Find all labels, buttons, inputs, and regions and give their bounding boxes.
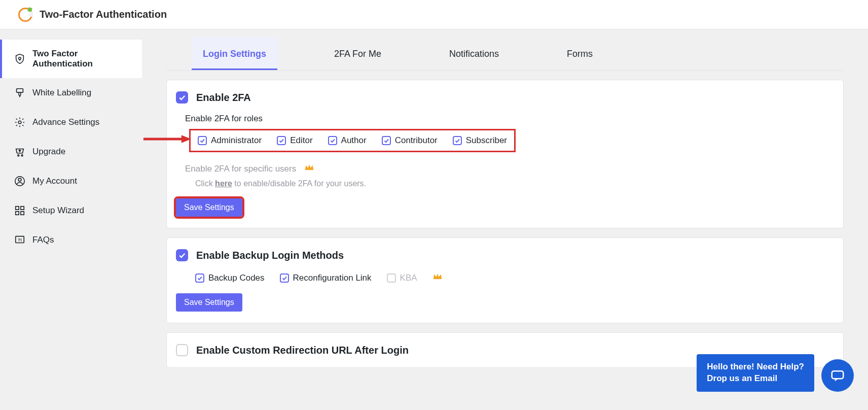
enable-backup-checkbox[interactable] xyxy=(176,249,188,261)
sidebar-item-upgrade[interactable]: Upgrade xyxy=(0,137,142,166)
main-content: Login Settings 2FA For Me Notifications … xyxy=(142,29,868,410)
svg-rect-10 xyxy=(21,212,24,215)
user-icon xyxy=(14,176,25,187)
help-fab-button[interactable] xyxy=(821,359,854,392)
help-line2: Drop us an Email xyxy=(707,373,804,385)
enable-2fa-roles-label: Enable 2FA for roles xyxy=(185,114,834,124)
sidebar-item-faqs[interactable]: ?! FAQs xyxy=(0,225,142,255)
sidebar-item-label: My Account xyxy=(32,176,77,186)
save-settings-button[interactable]: Save Settings xyxy=(176,293,242,312)
gear-icon xyxy=(14,117,25,128)
sidebar-item-two-factor[interactable]: Two Factor Authentication xyxy=(0,40,142,78)
svg-point-6 xyxy=(18,178,21,181)
enable-2fa-card: Enable 2FA Enable 2FA for roles Administ… xyxy=(166,80,844,228)
specific-users-label: Enable 2FA for specific users xyxy=(185,164,296,174)
crown-icon xyxy=(432,272,443,283)
help-line1: Hello there! Need Help? xyxy=(707,361,804,373)
kba-checkbox xyxy=(387,274,396,283)
enable-redirect-title: Enable Custom Redirection URL After Logi… xyxy=(196,345,409,356)
sidebar-item-label: Upgrade xyxy=(32,147,65,157)
cart-icon xyxy=(14,146,25,157)
page-title: Two-Factor Authentication xyxy=(40,9,167,20)
annotation-arrow xyxy=(142,134,191,144)
specific-users-row: Enable 2FA for specific users xyxy=(185,163,834,174)
roles-highlight-box: Administrator Editor Author xyxy=(189,129,516,152)
brush-icon xyxy=(14,87,25,98)
sidebar-item-my-account[interactable]: My Account xyxy=(0,166,142,196)
svg-rect-7 xyxy=(16,207,19,210)
shield-icon xyxy=(14,53,25,64)
svg-point-4 xyxy=(21,155,23,156)
tab-forms[interactable]: Forms xyxy=(556,38,604,70)
tab-2fa-for-me[interactable]: 2FA For Me xyxy=(323,38,392,70)
role-label: Subscriber xyxy=(466,135,507,146)
backup-codes-checkbox[interactable] xyxy=(195,274,204,283)
sidebar-item-label: Two Factor Authentication xyxy=(32,49,128,69)
svg-point-2 xyxy=(18,121,21,124)
tabs: Login Settings 2FA For Me Notifications … xyxy=(166,38,844,71)
kba-label: KBA xyxy=(400,273,417,283)
role-label: Contributor xyxy=(395,135,438,146)
here-link[interactable]: here xyxy=(215,179,232,188)
role-contributor-checkbox[interactable] xyxy=(382,136,391,145)
role-label: Author xyxy=(341,135,367,146)
brand-logo-icon xyxy=(18,8,32,22)
svg-text:?!: ?! xyxy=(18,238,22,243)
role-label: Editor xyxy=(290,135,312,146)
save-settings-button[interactable]: Save Settings xyxy=(176,198,242,217)
enable-2fa-title: Enable 2FA xyxy=(196,92,251,104)
crown-icon xyxy=(304,163,314,174)
tab-login-settings[interactable]: Login Settings xyxy=(192,38,277,70)
enable-2fa-checkbox[interactable] xyxy=(176,91,188,104)
sidebar-item-setup-wizard[interactable]: Setup Wizard xyxy=(0,196,142,225)
tab-notifications[interactable]: Notifications xyxy=(438,38,510,70)
backup-opt-label: Backup Codes xyxy=(208,273,265,283)
svg-rect-8 xyxy=(21,207,24,210)
help-bubble[interactable]: Hello there! Need Help? Drop us an Email xyxy=(697,354,814,392)
top-bar: Two-Factor Authentication xyxy=(0,0,868,29)
grid-icon xyxy=(14,205,25,216)
backup-login-card: Enable Backup Login Methods Backup Codes… xyxy=(166,237,844,323)
svg-point-0 xyxy=(19,57,21,60)
role-author-checkbox[interactable] xyxy=(328,136,337,145)
svg-rect-15 xyxy=(832,371,844,379)
reconfiguration-link-checkbox[interactable] xyxy=(280,274,289,283)
sidebar-item-label: White Labelling xyxy=(32,88,91,98)
sidebar: Two Factor Authentication White Labellin… xyxy=(0,29,142,410)
enable-redirect-checkbox[interactable] xyxy=(176,344,188,356)
backup-opt-label: Reconfiguration Link xyxy=(293,273,372,283)
sidebar-item-label: Setup Wizard xyxy=(32,206,84,216)
chat-icon xyxy=(830,368,845,383)
role-administrator-checkbox[interactable] xyxy=(198,136,207,145)
faq-icon: ?! xyxy=(14,234,25,246)
svg-point-3 xyxy=(18,155,19,156)
svg-rect-1 xyxy=(17,89,23,92)
role-subscriber-checkbox[interactable] xyxy=(453,136,462,145)
role-label: Administrator xyxy=(211,135,262,146)
enable-backup-title: Enable Backup Login Methods xyxy=(196,250,344,261)
role-editor-checkbox[interactable] xyxy=(277,136,286,145)
sidebar-item-label: Advance Settings xyxy=(32,117,99,127)
sidebar-item-label: FAQs xyxy=(32,235,54,245)
specific-users-help: Click here to enable/disable 2FA for you… xyxy=(195,179,834,188)
svg-rect-9 xyxy=(16,212,19,215)
sidebar-item-advance-settings[interactable]: Advance Settings xyxy=(0,108,142,137)
sidebar-item-white-labelling[interactable]: White Labelling xyxy=(0,78,142,108)
